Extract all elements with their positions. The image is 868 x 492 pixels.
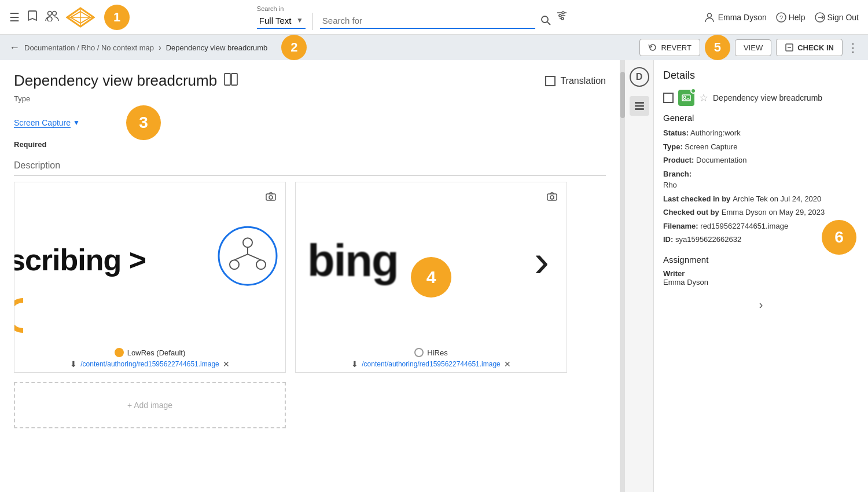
- badge-4: 4: [411, 257, 451, 298]
- image-icon-btn-left[interactable]: [261, 187, 281, 207]
- image-radio-lowres: LowRes (Default): [14, 344, 285, 358]
- breadcrumb-actions: REVERT 5 VIEW CHECK IN ⋮: [639, 35, 859, 60]
- left-panel: Dependency view breadcrumb Translation T…: [0, 60, 620, 492]
- top-navigation: ☰ 1 Search in Full Text Title: [0, 0, 868, 35]
- breadcrumb-separator: ›: [159, 43, 161, 52]
- search-submit-icon[interactable]: [540, 14, 551, 29]
- view-button[interactable]: VIEW: [735, 39, 771, 56]
- breadcrumb-path: Documentation / Rho / No context map: [24, 43, 154, 52]
- translation-checkbox[interactable]: [545, 76, 556, 86]
- type-dropdown-arrow: ▼: [73, 119, 80, 127]
- orange-arc: [14, 298, 41, 333]
- details-title: Details: [663, 69, 859, 82]
- delete-icon-left[interactable]: ✕: [223, 359, 230, 369]
- required-label: Required: [14, 140, 606, 149]
- svg-point-26: [256, 260, 266, 269]
- details-file-icon: [678, 90, 694, 106]
- main-scrollbar[interactable]: [620, 60, 625, 492]
- search-divider: [312, 13, 313, 30]
- svg-point-13: [561, 17, 564, 20]
- person-icon: [704, 12, 715, 23]
- users-icon[interactable]: [45, 10, 59, 24]
- image-card-inner-left: scribing >: [14, 182, 285, 344]
- split-view-icon[interactable]: [224, 73, 238, 89]
- image-radio-hires: HiRes: [296, 344, 567, 358]
- image-card-hires: 4 bing › HiRes: [295, 182, 567, 373]
- sidebar-lines-button[interactable]: [630, 96, 649, 116]
- search-in-wrapper: Search in Full Text Title ▼: [257, 5, 306, 29]
- svg-line-29: [248, 254, 261, 260]
- star-icon[interactable]: ☆: [699, 91, 708, 104]
- search-input[interactable]: [320, 13, 535, 29]
- product-row: Product: Documentation: [663, 155, 859, 166]
- sidebar-d-button[interactable]: D: [630, 67, 649, 87]
- translation-row: Translation: [545, 76, 606, 86]
- filter-icon[interactable]: [556, 10, 568, 24]
- last-checkedin-label: Last checked in by: [663, 193, 730, 205]
- back-button[interactable]: ←: [9, 42, 20, 54]
- menu-icon[interactable]: ☰: [9, 10, 20, 24]
- badge-1: 1: [104, 5, 130, 30]
- page-title-row: Dependency view breadcrumb Translation: [14, 72, 606, 90]
- scrollbar-thumb[interactable]: [620, 72, 625, 118]
- writer-label: Writer: [663, 269, 859, 278]
- checked-out-value: Emma Dyson on May 29, 2023: [722, 207, 825, 218]
- search-in-arrow-icon: ▼: [296, 16, 303, 24]
- green-dot: [690, 88, 696, 94]
- product-value: Documentation: [696, 156, 746, 164]
- revert-button[interactable]: REVERT: [639, 39, 700, 56]
- signout-button[interactable]: Sign Out: [815, 12, 859, 23]
- delete-icon-right[interactable]: ✕: [504, 359, 511, 369]
- checkin-button[interactable]: CHECK IN: [776, 39, 843, 56]
- nav-right: Emma Dyson ? Help Sign Out: [704, 12, 859, 23]
- search-input-wrap: [320, 13, 551, 29]
- help-label: Help: [789, 13, 806, 22]
- right-sidebar: D Details: [625, 60, 868, 492]
- description-label: Description: [14, 160, 606, 176]
- signout-label: Sign Out: [827, 13, 859, 22]
- add-image-area[interactable]: + Add image: [14, 382, 286, 428]
- last-checkedin-row: Last checked in by Archie Tek on Jul 24,…: [663, 193, 859, 205]
- main-layout: Dependency view breadcrumb Translation T…: [0, 60, 868, 492]
- download-icon-left[interactable]: ⬇: [70, 359, 77, 369]
- image-preview-left: scribing >: [14, 182, 285, 344]
- filename-value: red1595622744651.image: [700, 222, 788, 230]
- svg-point-1: [53, 12, 57, 16]
- type-detail-label: Type:: [663, 142, 683, 151]
- breadcrumb-current: Dependency view breadcrumb: [166, 43, 268, 52]
- details-item-checkbox[interactable]: [663, 93, 674, 103]
- status-row: Status: Authoring:work: [663, 127, 859, 139]
- product-label: Product:: [663, 156, 694, 164]
- sidebar-chevron[interactable]: ›: [663, 287, 859, 311]
- translation-label: Translation: [560, 76, 606, 86]
- add-image-plus: + Add image: [127, 401, 172, 410]
- image-card-lowres: scribing >: [14, 182, 286, 373]
- badge-5: 5: [705, 35, 730, 60]
- bookmark-icon[interactable]: [27, 9, 38, 25]
- assignment-section: Assignment Writer Emma Dyson: [663, 255, 859, 287]
- search-in-label: Search in: [257, 5, 284, 12]
- svg-point-23: [219, 227, 277, 285]
- radio-hires[interactable]: [414, 348, 424, 357]
- chevron-right-icon: ›: [759, 298, 763, 311]
- details-filename: Dependency view breadcrumb: [713, 93, 822, 102]
- help-button[interactable]: ? Help: [776, 12, 806, 23]
- svg-point-12: [559, 14, 561, 17]
- svg-line-7: [547, 22, 550, 25]
- type-select[interactable]: Screen Capture ▼: [14, 118, 80, 128]
- arrow-big-icon: ›: [534, 234, 549, 287]
- svg-point-11: [562, 12, 564, 14]
- badge-3: 3: [126, 105, 161, 140]
- radio-hires-label: HiRes: [427, 348, 447, 357]
- kebab-menu-button[interactable]: ⋮: [847, 41, 859, 54]
- download-icon-right[interactable]: ⬇: [351, 359, 358, 369]
- assignment-title: Assignment: [663, 255, 859, 265]
- circle-tree-icon: [216, 224, 279, 289]
- search-area: Search in Full Text Title ▼: [137, 5, 688, 30]
- image-icon-btn-right[interactable]: [542, 187, 562, 207]
- image-path-right: /content/authoring/red1595622744651.imag…: [362, 360, 501, 368]
- radio-lowres[interactable]: [115, 348, 124, 357]
- svg-point-25: [230, 260, 239, 269]
- user-name: Emma Dyson: [718, 13, 767, 22]
- id-value: sya1595622662632: [675, 235, 741, 244]
